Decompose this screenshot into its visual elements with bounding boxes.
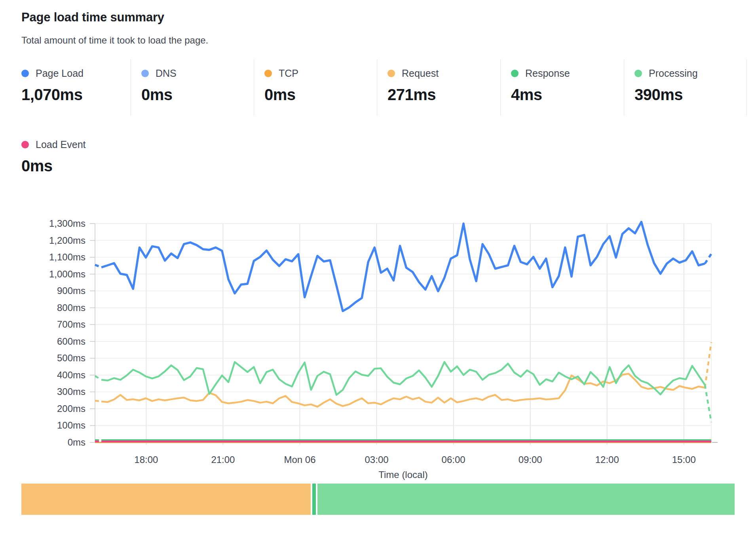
metric-value: 4ms [511, 86, 624, 104]
y-tick-label: 900ms [57, 285, 85, 296]
metric-value: 390ms [634, 86, 747, 104]
metric-request: Request 271ms [377, 59, 501, 116]
page-subtitle: Total amount of time it took to load the… [21, 35, 208, 46]
y-tick-label: 300ms [57, 386, 85, 397]
y-tick-label: 600ms [57, 336, 85, 347]
metric-load-event: Load Event 0ms [21, 131, 86, 175]
series-page-load-dashed-tail [705, 254, 711, 264]
series-request [95, 342, 711, 407]
x-tick-label: 09:00 [519, 454, 542, 465]
metric-value: 271ms [387, 86, 500, 104]
request-legend-dot [387, 70, 395, 77]
x-tick-label: 18:00 [134, 454, 158, 465]
series-request-dashed-tail [705, 342, 711, 388]
dns-legend-dot [141, 70, 149, 77]
y-tick-label: 1,000ms [49, 269, 85, 279]
x-tick-label: 12:00 [595, 454, 619, 465]
x-tick-label: 21:00 [211, 454, 235, 465]
y-tick-label: 800ms [57, 302, 85, 313]
metric-value: 1,070ms [21, 86, 131, 104]
x-tick-label: Mon 06 [284, 454, 315, 465]
metric-tcp: TCP 0ms [254, 59, 377, 116]
metric-dns: DNS 0ms [131, 59, 254, 116]
x-tick-label: 06:00 [442, 454, 465, 465]
bar-segment-request[interactable] [21, 484, 311, 515]
metric-response: Response 4ms [501, 59, 624, 116]
x-tick-label: 03:00 [365, 454, 389, 465]
y-tick-label: 1,300ms [49, 218, 85, 229]
timeseries-chart[interactable]: 0ms100ms200ms300ms400ms500ms600ms700ms80… [0, 170, 756, 487]
series-page-load-line [101, 222, 705, 311]
y-tick-label: 1,200ms [49, 235, 85, 246]
metric-page-load: Page Load 1,070ms [21, 59, 131, 116]
metric-processing: Processing 390ms [624, 59, 747, 116]
metric-label: Page Load [36, 68, 84, 79]
page-load-legend-dot [21, 70, 29, 77]
metric-label: Request [402, 68, 439, 79]
x-axis-labels: 18:0021:00Mon 0603:0006:0009:0012:0015:0… [134, 454, 695, 465]
series-processing-dashed-head [95, 376, 101, 380]
processing-legend-dot [634, 70, 642, 77]
metrics-summary-row: Page Load 1,070ms DNS 0ms TCP 0ms Reques… [21, 59, 747, 116]
series-processing-dashed-tail [705, 385, 711, 423]
x-axis-title: Time (local) [378, 469, 427, 480]
bar-segment-processing[interactable] [317, 484, 735, 515]
series-page-load-dashed-head [95, 265, 101, 267]
series-processing-line [101, 362, 705, 395]
metric-label: TCP [279, 68, 298, 79]
y-tick-label: 0ms [68, 437, 85, 448]
metric-label: Processing [649, 68, 698, 79]
metric-value: 0ms [264, 86, 377, 104]
load-event-legend-dot [21, 141, 29, 148]
bar-segment-response[interactable] [312, 484, 316, 515]
series-page-load [95, 222, 711, 311]
y-tick-label: 500ms [57, 353, 85, 363]
tcp-legend-dot [264, 70, 272, 77]
page-title: Page load time summary [21, 10, 164, 25]
y-tick-label: 700ms [57, 319, 85, 330]
y-axis-labels: 0ms100ms200ms300ms400ms500ms600ms700ms80… [49, 218, 85, 448]
metric-value: 0ms [141, 86, 254, 104]
metric-label: Response [525, 68, 570, 79]
y-tick-label: 1,100ms [49, 252, 85, 262]
y-tick-label: 400ms [57, 370, 85, 380]
load-time-breakdown-bar[interactable] [21, 484, 735, 515]
x-tick-label: 15:00 [672, 454, 696, 465]
series-request-dashed-head [95, 401, 101, 402]
metric-label: DNS [156, 68, 177, 79]
page-root: { "header": { "title": "Page load time s… [0, 0, 756, 535]
y-tick-label: 100ms [57, 420, 85, 431]
y-tick-label: 200ms [57, 403, 85, 414]
metric-label: Load Event [36, 139, 86, 150]
response-legend-dot [511, 70, 519, 77]
